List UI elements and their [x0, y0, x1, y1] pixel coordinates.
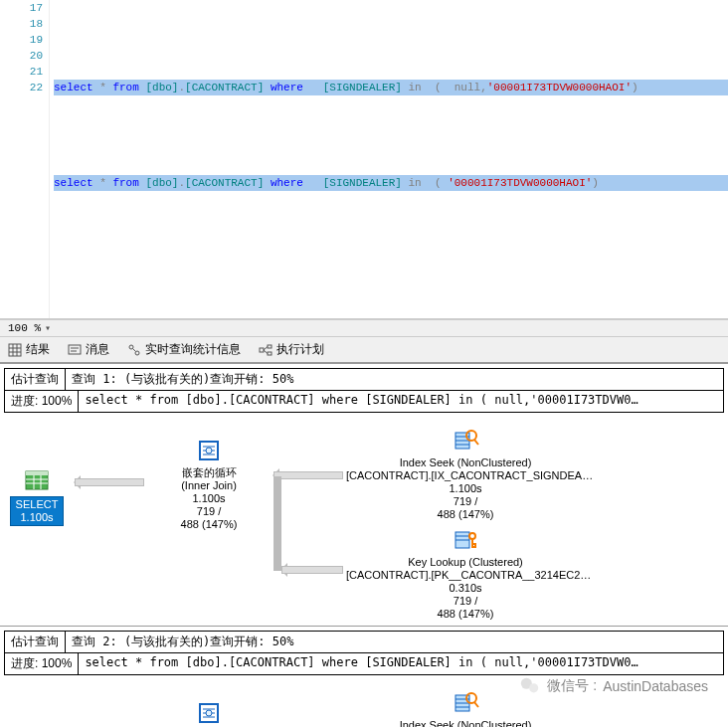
- plan-header: 估计查询 查询 2: (与该批有关的)查询开销: 50% 进度: 100% se…: [4, 631, 724, 675]
- tab-label: 实时查询统计信息: [145, 341, 241, 358]
- plan-arrow: [273, 476, 281, 571]
- progress-label: 进度:: [11, 394, 38, 408]
- tab-label: 执行计划: [276, 341, 324, 358]
- line-number: 18: [0, 16, 43, 32]
- result-tab-strip: 结果 消息 实时查询统计信息 执行计划: [0, 337, 728, 363]
- est-label: 估计查询: [5, 632, 66, 652]
- zoom-value[interactable]: 100 %: [8, 322, 41, 334]
- svg-rect-0: [9, 344, 21, 356]
- node-source: [CACONTRACT].[IX_CACONTRACT_SIGNDEA…: [346, 469, 585, 482]
- zoom-bar: 100 % ▾: [0, 319, 728, 337]
- stats-icon: [127, 343, 141, 357]
- progress-value: 100%: [42, 656, 73, 670]
- svg-line-29: [474, 440, 478, 445]
- progress-label: 进度:: [11, 656, 38, 670]
- query-text: select * from [dbo].[CACONTRACT] where […: [79, 653, 723, 674]
- query-plan-2: 估计查询 查询 2: (与该批有关的)查询开销: 50% 进度: 100% se…: [0, 626, 728, 727]
- query-cost-line: 查询 2: (与该批有关的)查询开销: 50%: [66, 632, 723, 652]
- nested-loop-icon: [195, 437, 223, 464]
- node-rows: 719 /: [346, 595, 585, 608]
- tab-messages[interactable]: 消息: [64, 339, 113, 360]
- est-label: 估计查询: [5, 369, 66, 390]
- node-time: 0.310s: [346, 582, 585, 595]
- messages-icon: [68, 343, 82, 357]
- svg-line-15: [264, 350, 268, 354]
- progress-value: 100%: [42, 394, 73, 408]
- chevron-down-icon[interactable]: ▾: [45, 322, 51, 334]
- index-seek-icon: [452, 689, 479, 717]
- svg-line-10: [133, 348, 136, 351]
- query-text: select * from [dbo].[CACONTRACT] where […: [79, 391, 723, 412]
- query-plan-1: 估计查询 查询 1: (与该批有关的)查询开销: 50% 进度: 100% se…: [0, 363, 728, 626]
- kw-select: select: [54, 82, 93, 93]
- node-rows: 719 /: [346, 495, 585, 508]
- node-rows-pct: 488 (147%): [346, 608, 585, 621]
- line-gutter: 17 18 19 20 21 22: [0, 0, 50, 318]
- svg-rect-12: [268, 345, 272, 348]
- node-source: [CACONTRACT].[PK__CACONTRA__3214EC2…: [346, 569, 585, 582]
- node-rows-pct: 488 (147%): [346, 508, 585, 521]
- index-seek-node[interactable]: Index Seek (NonClustered) [CACONTRACT].[…: [346, 427, 585, 521]
- svg-point-41: [206, 710, 212, 716]
- plan-arrow: [273, 471, 343, 479]
- table-icon: [23, 466, 51, 494]
- index-seek-icon: [452, 427, 479, 454]
- svg-point-9: [135, 351, 139, 355]
- index-seek-node[interactable]: Index Seek (NonClustered) [CACONTRACT].[…: [346, 689, 585, 727]
- node-title: Index Seek (NonClustered): [346, 719, 585, 727]
- node-rows-pct: 488 (147%): [149, 518, 269, 531]
- select-cost-box: SELECT 1.100s: [10, 496, 64, 526]
- tab-execution-plan[interactable]: 执行计划: [255, 339, 328, 360]
- node-title: 嵌套的循环: [149, 466, 269, 479]
- svg-line-47: [474, 702, 478, 707]
- line-number: 20: [0, 48, 43, 64]
- node-time: 1.100s: [149, 492, 269, 505]
- node-rows: 719 /: [149, 505, 269, 518]
- line-number: 21: [0, 64, 43, 80]
- key-lookup-icon: [452, 526, 479, 554]
- node-time: 1.100s: [346, 482, 585, 495]
- svg-rect-5: [69, 345, 81, 354]
- key-lookup-node[interactable]: Key Lookup (Clustered) [CACONTRACT].[PK_…: [346, 526, 585, 621]
- svg-point-23: [206, 448, 212, 454]
- sql-editor[interactable]: 17 18 19 20 21 22 select * from [dbo].[C…: [0, 0, 728, 319]
- tab-label: 结果: [26, 341, 50, 358]
- tab-live-stats[interactable]: 实时查询统计信息: [123, 339, 245, 360]
- tab-label: 消息: [86, 341, 109, 358]
- grid-icon: [8, 343, 22, 357]
- plan-canvas[interactable]: SELECT 1.100s 嵌套的循环 (Inner Join) 1.100s …: [0, 417, 728, 626]
- line-number: 17: [0, 0, 43, 16]
- plan-arrow: [75, 478, 144, 486]
- plan-arrow: [281, 566, 343, 574]
- nested-loop-node[interactable]: 嵌套的循环 (Inner Join) 0.709s 719 / 488 (147…: [149, 699, 269, 727]
- svg-rect-11: [260, 348, 264, 352]
- node-title: Index Seek (NonClustered): [346, 456, 585, 469]
- svg-point-8: [129, 345, 133, 349]
- nested-loop-icon: [195, 699, 223, 727]
- line-number: 22: [0, 80, 43, 95]
- exec-plan-icon: [259, 343, 273, 357]
- svg-line-14: [264, 346, 268, 350]
- plan-header: 估计查询 查询 1: (与该批有关的)查询开销: 50% 进度: 100% se…: [4, 368, 724, 413]
- svg-point-33: [469, 533, 475, 539]
- select-node[interactable]: SELECT 1.100s: [10, 466, 64, 526]
- svg-rect-13: [268, 352, 272, 355]
- svg-rect-17: [26, 471, 48, 475]
- tab-results[interactable]: 结果: [4, 339, 54, 360]
- line-number: 19: [0, 32, 43, 48]
- node-title: Key Lookup (Clustered): [346, 556, 585, 569]
- plan-canvas[interactable]: SELECT 0.709s 嵌套的循环 (Inner Join) 0.709s …: [0, 679, 728, 727]
- nested-loop-node[interactable]: 嵌套的循环 (Inner Join) 1.100s 719 / 488 (147…: [149, 437, 269, 531]
- code-area[interactable]: select * from [dbo].[CACONTRACT] where […: [50, 0, 728, 318]
- node-subtitle: (Inner Join): [149, 479, 269, 492]
- query-cost-line: 查询 1: (与该批有关的)查询开销: 50%: [66, 369, 723, 390]
